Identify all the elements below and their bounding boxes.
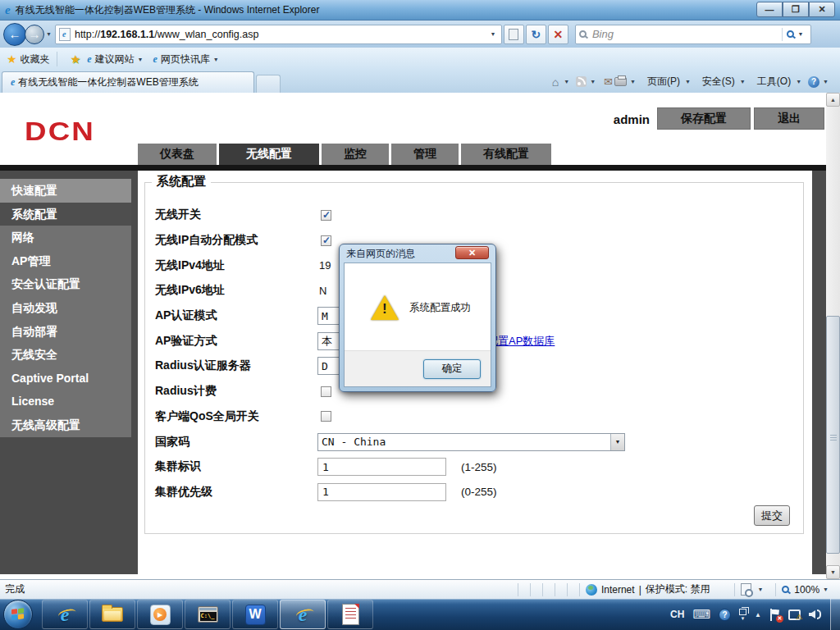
taskbar-app-internet-explorer-active[interactable]: e — [280, 600, 326, 629]
dialog-ok-button[interactable]: 确定 — [423, 359, 481, 379]
read-mail-icon[interactable]: ✉ — [604, 75, 613, 88]
country-code-select[interactable]: CN - China▼ — [317, 433, 625, 451]
warning-icon — [371, 295, 399, 320]
zoom-level[interactable]: 100% — [794, 584, 819, 596]
logout-button[interactable]: 退出 — [754, 107, 824, 130]
sidebar-item-wireless-security[interactable]: 无线安全 — [0, 343, 131, 367]
compatibility-view-button[interactable] — [504, 25, 524, 44]
zone-label: Internet — [601, 584, 635, 596]
sidebar-item-license[interactable]: License — [0, 390, 131, 413]
submit-button[interactable]: 提交 — [754, 505, 790, 526]
start-button[interactable] — [3, 600, 33, 629]
nav-tab-monitor[interactable]: 监控 — [322, 144, 389, 165]
wireless-ipv6-address-label: 无线IPv6地址 — [145, 283, 317, 298]
show-desktop-button[interactable] — [830, 599, 840, 630]
page-menu-button[interactable]: 页面(P) — [647, 75, 680, 89]
media-player-icon: ▶ — [150, 605, 171, 625]
ime-help-icon[interactable]: ? — [719, 609, 731, 621]
print-icon[interactable] — [614, 77, 627, 86]
taskbar-app-windows-explorer[interactable] — [89, 600, 135, 629]
window-title: 有线无线智能一体化控制器WEB管理系统 - Windows Internet E… — [16, 3, 320, 17]
search-go-icon[interactable] — [787, 30, 794, 38]
scroll-down-icon[interactable]: ▼ — [826, 565, 840, 579]
new-tab-button[interactable] — [256, 75, 281, 93]
taskbar-app-text-editor[interactable] — [327, 600, 373, 629]
address-bar-row: ← → ▼ http://192.168.1.1/www_wlan_config… — [0, 21, 840, 48]
ie-icon: e — [299, 604, 308, 626]
scroll-up-icon[interactable]: ▲ — [826, 93, 840, 107]
network-icon[interactable]: ⚠ — [788, 609, 801, 620]
taskbar: e▶We CH ⌨ ? ▼ ▲ ✕ ⚠ — [0, 599, 840, 630]
sidebar-item-network[interactable]: 网络 — [0, 226, 131, 249]
keyboard-icon[interactable]: ⌨ — [692, 607, 710, 622]
text-editor-icon — [342, 604, 359, 625]
back-button[interactable]: ← — [3, 23, 26, 46]
cluster-id-hint: (1-255) — [461, 461, 497, 473]
save-config-button[interactable]: 保存配置 — [657, 107, 751, 130]
ime-toolbar-icon[interactable]: ▼ — [739, 609, 746, 621]
recent-pages-dropdown-icon[interactable]: ▼ — [46, 31, 52, 37]
nav-tab-management[interactable]: 管理 — [391, 144, 459, 165]
favorites-star-icon: ★ — [7, 52, 17, 66]
page-scrollbar[interactable]: ▲ ▼ — [826, 93, 840, 579]
taskbar-app-internet-explorer[interactable]: e — [42, 600, 88, 629]
address-input[interactable]: http://192.168.1.1/www_wlan_config.asp ▼ — [55, 25, 502, 44]
taskbar-app-terminal[interactable] — [185, 600, 231, 629]
volume-icon[interactable] — [809, 609, 821, 619]
close-button[interactable]: ✕ — [809, 2, 835, 17]
client-qos-switch-checkbox[interactable] — [321, 411, 331, 422]
nav-tab-wireless-config[interactable]: 无线配置 — [219, 144, 319, 165]
sidebar-item-system-config[interactable]: 系统配置 — [0, 203, 131, 226]
url-history-dropdown-icon[interactable]: ▼ — [486, 26, 500, 43]
nav-tab-dashboard[interactable]: 仪表盘 — [138, 144, 217, 165]
folder-icon — [102, 607, 123, 622]
form-row-cluster-priority: 集群优先级(0-255) — [145, 480, 803, 505]
chevron-down-icon[interactable]: ▼ — [610, 434, 624, 450]
sidebar-item-ap-management[interactable]: AP管理 — [0, 249, 131, 273]
sidebar-item-security-auth-config[interactable]: 安全认证配置 — [0, 272, 131, 296]
sidebar-item-auto-deployment[interactable]: 自动部署 — [0, 320, 131, 344]
taskbar-app-media-player[interactable]: ▶ — [137, 600, 183, 629]
sidebar-item-auto-discovery[interactable]: 自动发现 — [0, 296, 131, 320]
help-icon[interactable]: ? — [808, 76, 819, 88]
restore-button[interactable]: ❐ — [783, 2, 809, 17]
scrollbar-thumb[interactable] — [826, 316, 840, 554]
page-header: DCN admin 保存配置 退出 仪表盘无线配置监控管理有线配置 — [0, 93, 826, 165]
sidebar-item-quick-config[interactable]: 快速配置 — [0, 179, 131, 203]
search-options-dropdown-icon[interactable]: ▼ — [794, 26, 807, 43]
home-icon[interactable]: ⌂ — [552, 75, 559, 89]
cluster-priority-input[interactable] — [317, 483, 446, 501]
favorites-button[interactable]: 收藏夹 — [21, 52, 50, 66]
sidebar-item-wireless-advanced[interactable]: 无线高级配置 — [0, 413, 131, 437]
suggested-sites-button[interactable]: 建议网站 — [94, 52, 134, 66]
nav-tab-wired-config[interactable]: 有线配置 — [461, 144, 551, 165]
search-input[interactable]: Bing ▼ — [575, 25, 811, 44]
zoom-lens-icon[interactable] — [782, 586, 789, 593]
refresh-button[interactable]: ↻ — [526, 25, 546, 44]
web-slices-button[interactable]: 网页快讯库 — [161, 52, 210, 66]
action-center-icon[interactable]: ✕ — [769, 609, 780, 621]
taskbar-app-wps-writer[interactable]: W — [232, 600, 278, 629]
wireless-ip-auto-mode-checkbox[interactable] — [321, 235, 331, 246]
stop-button[interactable]: ✕ — [548, 25, 568, 44]
language-indicator[interactable]: CH — [670, 609, 684, 620]
page-zoom-icon[interactable] — [741, 583, 751, 596]
cluster-id-input[interactable] — [317, 458, 446, 476]
safety-menu-button[interactable]: 安全(S) — [702, 75, 735, 89]
minimize-button[interactable]: — — [756, 2, 783, 17]
add-favorite-icon[interactable]: ★ — [71, 52, 81, 66]
wireless-switch-checkbox[interactable] — [321, 210, 331, 221]
search-placeholder: Bing — [592, 28, 778, 40]
form-row-client-qos-switch: 客户端QoS全局开关 — [145, 404, 803, 430]
browser-tab[interactable]: e 有线无线智能一体化控制器WEB管理系统 — [2, 71, 254, 93]
sidebar-item-captive-portal[interactable]: Captive Portal — [0, 367, 131, 390]
cluster-priority-hint: (0-255) — [461, 486, 497, 498]
configure-ap-database-link[interactable]: 配置AP数据库 — [487, 334, 555, 349]
radius-accounting-checkbox[interactable] — [321, 386, 331, 397]
tools-menu-button[interactable]: 工具(O) — [757, 75, 791, 89]
url-text[interactable]: http://192.168.1.1/www_wlan_config.asp — [75, 29, 486, 40]
rss-feed-icon[interactable] — [576, 76, 587, 87]
show-hidden-icons[interactable]: ▲ — [755, 611, 761, 619]
forward-button[interactable]: → — [25, 25, 44, 44]
dialog-close-icon[interactable]: ✕ — [455, 246, 489, 259]
